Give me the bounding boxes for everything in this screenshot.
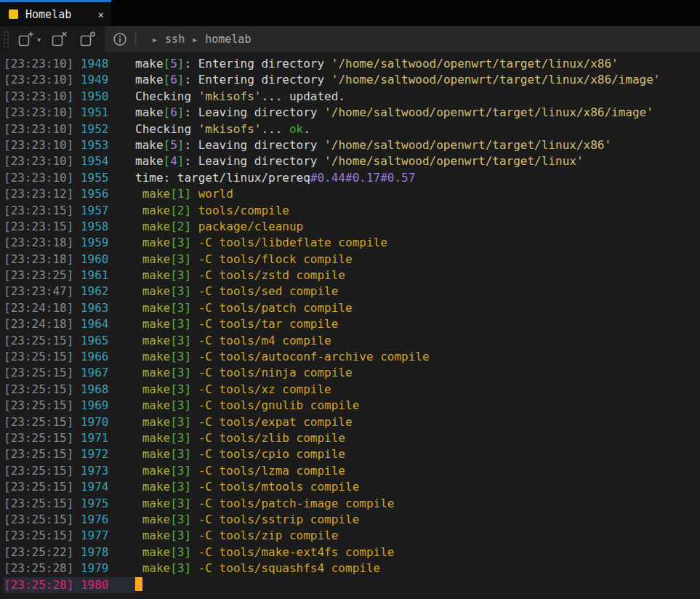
log-text-segment: [ bbox=[164, 138, 171, 152]
log-timestamp: [23:23:10] bbox=[4, 154, 73, 168]
log-line-number: 1966 bbox=[73, 350, 108, 363]
log-line-number: 1949 bbox=[73, 73, 108, 87]
log-line-number: 1979 bbox=[73, 561, 108, 575]
log-text-segment: world bbox=[191, 187, 233, 201]
close-tab-button[interactable] bbox=[48, 31, 71, 47]
log-line-number: 1953 bbox=[73, 138, 108, 152]
log-timestamp: [23:25:28] bbox=[4, 578, 73, 592]
log-timestamp: [23:23:10] bbox=[4, 105, 73, 119]
log-timestamp: [23:25:15] bbox=[4, 415, 73, 429]
terminal[interactable]: [23:23:10] 1948make[5]: Entering directo… bbox=[0, 52, 700, 599]
log-timestamp: [23:25:15] bbox=[4, 431, 73, 445]
log-timestamp: [23:23:10] bbox=[4, 122, 73, 136]
log-text-segment: [3] bbox=[170, 545, 191, 559]
log-line-number: 1960 bbox=[73, 252, 108, 266]
log-line-number: 1948 bbox=[73, 57, 108, 71]
terminal-line: [23:25:15] 1969 make[3] -C tools/gnulib … bbox=[4, 398, 700, 414]
log-text-segment: [ bbox=[164, 57, 171, 71]
log-text-segment: -C tools/tar compile bbox=[191, 317, 338, 331]
log-text-segment: make bbox=[135, 545, 170, 559]
log-text-segment: [ bbox=[164, 105, 171, 119]
log-timestamp: [23:23:10] bbox=[4, 57, 73, 71]
log-text-segment: make bbox=[135, 204, 170, 217]
log-text-segment: -C tools/zip compile bbox=[191, 528, 338, 542]
log-text-segment: [2] bbox=[170, 204, 191, 217]
breadcrumb-item-ssh[interactable]: ssh bbox=[165, 33, 185, 46]
log-text-segment: [3] bbox=[170, 561, 191, 575]
log-timestamp: [23:25:15] bbox=[4, 334, 73, 347]
log-line-number: 1954 bbox=[73, 154, 108, 168]
log-text-segment: [3] bbox=[170, 447, 191, 461]
breadcrumb: │ ▶ ssh ▶ homelab bbox=[105, 26, 700, 52]
log-text-segment: make bbox=[135, 561, 170, 575]
log-text-segment: -C tools/ninja compile bbox=[191, 366, 353, 379]
log-text-segment: make bbox=[135, 220, 170, 233]
terminal-line: [23:23:10] 1955time: target/linux/prereq… bbox=[4, 170, 700, 186]
terminal-line: [23:25:15] 1965 make[3] -C tools/m4 comp… bbox=[4, 333, 700, 349]
terminal-line: [23:25:28] 1980 bbox=[4, 577, 700, 593]
log-text-segment: 6 bbox=[170, 73, 177, 87]
breadcrumb-divider: │ bbox=[128, 33, 145, 46]
log-text-segment: 'mkisofs' bbox=[198, 89, 262, 103]
log-timestamp: [23:25:22] bbox=[4, 545, 73, 559]
tab-bar: Homelab ✕ bbox=[0, 0, 700, 26]
log-line-number: 1965 bbox=[73, 334, 108, 347]
log-line-number: 1975 bbox=[73, 497, 108, 510]
new-window-button[interactable] bbox=[76, 31, 99, 47]
log-text-segment: make bbox=[135, 154, 164, 168]
tab-label: Homelab bbox=[25, 8, 91, 21]
log-timestamp: [23:23:47] bbox=[4, 284, 73, 298]
log-timestamp: [23:25:15] bbox=[4, 512, 73, 526]
log-timestamp: [23:25:15] bbox=[4, 528, 73, 542]
log-text-segment: [3] bbox=[170, 317, 191, 331]
log-text-segment: ] bbox=[177, 138, 185, 152]
log-timestamp: [23:25:15] bbox=[4, 366, 73, 379]
log-line-number: 1974 bbox=[73, 480, 108, 494]
log-timestamp: [23:24:18] bbox=[4, 317, 73, 331]
new-tab-dropdown-button[interactable]: ▾ bbox=[37, 36, 42, 44]
log-text-segment: make bbox=[135, 57, 164, 71]
tab-close-icon[interactable]: ✕ bbox=[98, 9, 104, 20]
log-text-segment: Checking bbox=[135, 89, 198, 103]
new-tab-button[interactable] bbox=[15, 31, 37, 47]
log-text-segment: make bbox=[135, 105, 164, 119]
terminal-line: [23:23:18] 1959 make[3] -C tools/libdefl… bbox=[4, 235, 700, 251]
log-timestamp: [23:25:15] bbox=[4, 382, 73, 396]
log-line-number: 1968 bbox=[73, 382, 108, 396]
log-timestamp: [23:23:18] bbox=[4, 252, 73, 266]
info-icon[interactable] bbox=[112, 31, 128, 47]
log-text-segment: : Leaving directory bbox=[184, 138, 324, 152]
log-text-segment: -C tools/mtools compile bbox=[191, 480, 359, 494]
log-text-segment: Checking bbox=[135, 122, 198, 136]
log-timestamp: [23:23:15] bbox=[4, 220, 73, 233]
log-text-segment: #0.44#0.17#0.57 bbox=[310, 171, 416, 185]
log-text-segment: -C tools/zstd compile bbox=[191, 268, 345, 282]
log-text-segment: [3] bbox=[170, 431, 191, 445]
log-timestamp: [23:23:12] bbox=[4, 187, 73, 201]
log-text-segment: [ bbox=[164, 154, 171, 168]
terminal-line: [23:25:15] 1974 make[3] -C tools/mtools … bbox=[4, 479, 700, 495]
log-text-segment: : Leaving directory bbox=[184, 105, 324, 119]
breadcrumb-item-homelab[interactable]: homelab bbox=[205, 33, 251, 46]
terminal-line: [23:25:15] 1977 make[3] -C tools/zip com… bbox=[4, 528, 700, 544]
breadcrumb-arrow-icon: ▶ bbox=[145, 36, 165, 44]
log-text-segment: -C tools/patch compile bbox=[191, 301, 353, 315]
terminal-cursor bbox=[135, 577, 142, 591]
log-timestamp: [23:24:18] bbox=[4, 301, 73, 315]
log-line-number: 1978 bbox=[73, 545, 108, 559]
new-window-icon bbox=[79, 31, 96, 47]
log-text-segment: [3] bbox=[170, 236, 191, 249]
log-line-number: 1967 bbox=[73, 366, 108, 379]
log-line-number: 1970 bbox=[73, 415, 108, 429]
log-line-number: 1962 bbox=[73, 284, 108, 298]
drag-handle-icon[interactable] bbox=[2, 30, 10, 49]
log-text-segment: [3] bbox=[170, 497, 191, 510]
log-text-segment: [3] bbox=[170, 268, 191, 282]
log-text-segment: make bbox=[135, 497, 170, 510]
terminal-line: [23:25:22] 1978 make[3] -C tools/make-ex… bbox=[4, 544, 700, 560]
log-text-segment: 5 bbox=[170, 138, 177, 152]
log-text-segment: -C tools/m4 compile bbox=[191, 334, 331, 347]
tab-homelab[interactable]: Homelab ✕ bbox=[0, 0, 111, 26]
log-text-segment: -C tools/lzma compile bbox=[191, 464, 345, 478]
log-text-segment: [ bbox=[164, 73, 171, 87]
